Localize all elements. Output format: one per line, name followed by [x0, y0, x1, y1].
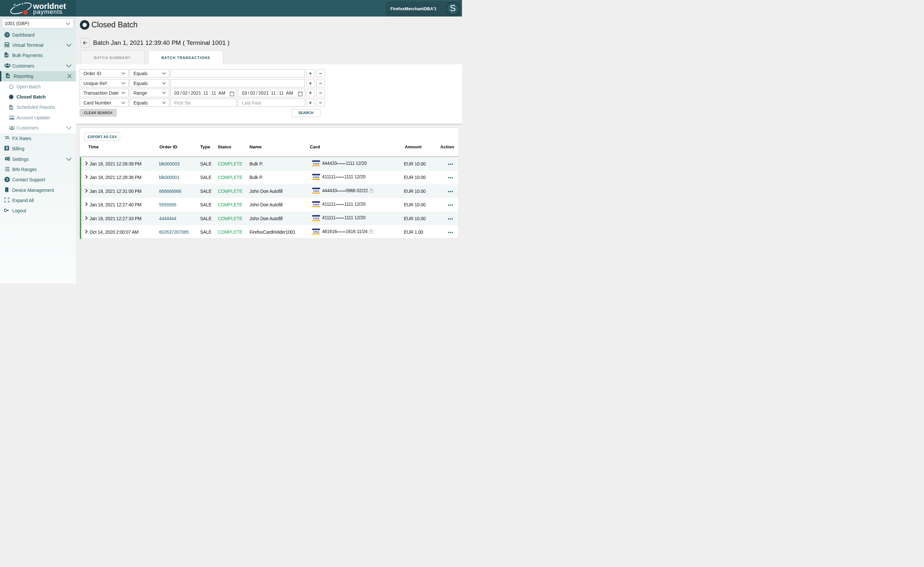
- svg-text:VISA: VISA: [313, 189, 319, 192]
- svg-text:3: 3: [5, 170, 6, 171]
- svg-text:VISA: VISA: [313, 230, 319, 233]
- svg-text:2: 2: [5, 168, 6, 170]
- svg-text:VISA: VISA: [313, 162, 319, 165]
- svg-text:$: $: [6, 146, 8, 150]
- svg-text:?: ?: [6, 178, 8, 182]
- svg-text:VISA: VISA: [313, 176, 319, 178]
- svg-text:1: 1: [5, 166, 6, 168]
- svg-text:payments: payments: [33, 8, 63, 15]
- svg-text:VISA: VISA: [313, 217, 319, 219]
- svg-text:VISA: VISA: [313, 203, 319, 206]
